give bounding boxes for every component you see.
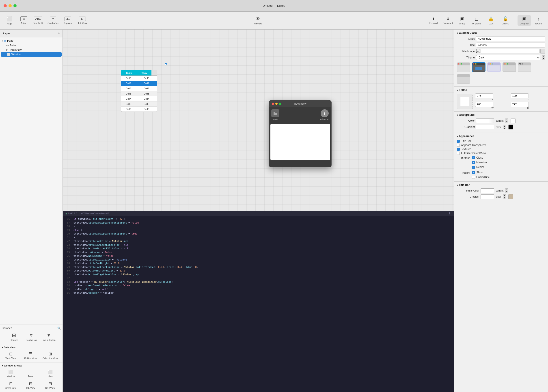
canvas-folder-icon[interactable]: Folder bbox=[271, 109, 279, 120]
canvas-info-icon[interactable]: i Advanced bbox=[320, 109, 329, 120]
wv-window[interactable]: ⬜ Window bbox=[2, 369, 20, 378]
table-row[interactable]: Cell5 Cell5 bbox=[121, 101, 157, 107]
wv-split[interactable]: ⊟ Split View bbox=[41, 380, 59, 390]
unifiedtitle-checkbox[interactable] bbox=[472, 176, 475, 179]
sidebar-item-page[interactable]: ▾ ◈ Page bbox=[0, 38, 63, 43]
custom-class-header[interactable]: ▾ Custom Class bbox=[457, 31, 545, 35]
wv-panel[interactable]: ▭ Panel bbox=[21, 369, 39, 378]
table-row[interactable]: Cell0 Cell0 bbox=[121, 76, 157, 81]
window-controls[interactable] bbox=[4, 4, 17, 7]
search-icon[interactable]: 🔍 bbox=[57, 327, 61, 330]
tc-step-up[interactable]: ▲ bbox=[505, 188, 508, 191]
show-checkbox[interactable]: ✓ bbox=[472, 171, 475, 174]
toolbar-button[interactable]: ▭ Button bbox=[17, 15, 30, 26]
selection-handle-bl[interactable] bbox=[165, 63, 167, 65]
table-row[interactable]: Cell1 Cell1 bbox=[121, 81, 157, 86]
sidebar-item-tableview[interactable]: ⊟ TableView bbox=[0, 48, 63, 52]
titlebar-checkbox[interactable]: ✓ bbox=[457, 140, 460, 143]
selection-handle-bm[interactable] bbox=[165, 63, 167, 65]
background-header[interactable]: ▾ Background bbox=[457, 113, 545, 117]
minimize-checkbox[interactable]: ✓ bbox=[472, 161, 475, 164]
title-image-input[interactable] bbox=[481, 49, 540, 54]
color-step-up[interactable]: ▲ bbox=[505, 119, 508, 121]
frame-h-input[interactable] bbox=[511, 102, 529, 107]
sidebar-item-button[interactable]: ▭ Button bbox=[0, 43, 63, 48]
library-item-popup[interactable]: ▾ Popup Button bbox=[41, 331, 57, 342]
canvas-area[interactable]: Table View Cell0 Cell0 Cell1 Cell1 Cell2… bbox=[63, 29, 454, 211]
library-item-stepper[interactable]: ⊞ Stepper bbox=[6, 331, 22, 342]
class-input[interactable] bbox=[476, 36, 545, 41]
toolbar-forward[interactable]: ⬆ Forward bbox=[427, 16, 440, 25]
toolbar-ungroup[interactable]: ◻ Ungroup bbox=[470, 15, 483, 26]
frame-y-input[interactable] bbox=[511, 93, 529, 98]
dv-table-view[interactable]: ⊟ Table View bbox=[2, 350, 20, 360]
window-style-dark[interactable] bbox=[472, 62, 485, 72]
textured-checkbox[interactable]: ✓ bbox=[457, 148, 460, 151]
download-icon[interactable]: ⬇ bbox=[449, 212, 451, 215]
appearance-header[interactable]: ▾ Appearance bbox=[457, 135, 545, 138]
canvas-table-view[interactable]: Table View Cell0 Cell0 Cell1 Cell1 Cell2… bbox=[121, 70, 157, 112]
close-checkbox[interactable]: ✓ bbox=[472, 156, 475, 159]
gradient-end-color[interactable] bbox=[508, 125, 513, 129]
toolbar-segment[interactable]: ⊟⊟ Segment bbox=[61, 16, 75, 25]
toolbar-preview[interactable]: 👁 Preview bbox=[251, 15, 265, 26]
resize-checkbox[interactable]: ✓ bbox=[472, 166, 475, 169]
sidebar-item-window[interactable]: ⬜ Window bbox=[1, 52, 62, 57]
gradient-swatch[interactable] bbox=[476, 125, 494, 129]
toolbar-page[interactable]: ⬜ Page bbox=[3, 15, 16, 26]
table-row[interactable]: Cell2 Cell2 bbox=[121, 86, 157, 91]
color-swatch[interactable] bbox=[476, 119, 494, 123]
window-style-colored[interactable] bbox=[487, 62, 501, 72]
title-image-browse-button[interactable]: ... bbox=[540, 49, 545, 54]
wv-scroll[interactable]: ⊡ Scroll view bbox=[2, 380, 20, 390]
toolbar-unlock[interactable]: 🔓 Unlock bbox=[499, 15, 512, 26]
toolbar-group[interactable]: ▣ Group bbox=[456, 15, 469, 26]
color-step-down[interactable]: ▼ bbox=[505, 121, 508, 123]
minimize-button[interactable] bbox=[8, 4, 12, 7]
wv-view[interactable]: ⬜ View bbox=[41, 369, 59, 378]
canvas-window[interactable]: HDWindow Folder bbox=[269, 100, 332, 167]
title-input[interactable] bbox=[476, 42, 545, 48]
table-row[interactable]: Cell3 Cell3 bbox=[121, 91, 157, 96]
gradient-step-up[interactable]: ▲ bbox=[503, 125, 506, 127]
selection-handle-tl[interactable] bbox=[165, 63, 167, 65]
tc-step-down[interactable]: ▼ bbox=[505, 191, 508, 193]
frame-header[interactable]: ▾ Frame bbox=[457, 89, 545, 92]
fullsize-checkbox[interactable] bbox=[457, 152, 460, 155]
toolbar-backward[interactable]: ⬇ Backward bbox=[441, 16, 455, 25]
frame-w-input[interactable] bbox=[475, 102, 493, 107]
selection-handle-br[interactable] bbox=[165, 63, 167, 65]
breadcrumb-file[interactable]: HDWindowController.swift bbox=[81, 212, 109, 215]
add-page-button[interactable]: + bbox=[58, 31, 60, 35]
tg-step-up[interactable]: ▲ bbox=[503, 195, 506, 197]
toolbar-combobox[interactable]: ▿ ComboBox bbox=[46, 16, 60, 25]
theme-select[interactable]: Dark Light bbox=[476, 55, 540, 60]
titlebar-section-header[interactable]: ▾ Title Bar bbox=[457, 183, 545, 187]
toolbar-designer[interactable]: ▣ Designer bbox=[518, 15, 531, 26]
data-view-header[interactable]: ▾ Data View bbox=[2, 345, 61, 350]
tg-step-down[interactable]: ▼ bbox=[503, 197, 506, 199]
maximize-button[interactable] bbox=[14, 4, 17, 7]
selection-handle-ml[interactable] bbox=[165, 63, 167, 65]
titlebar-gradient-end[interactable] bbox=[508, 194, 513, 199]
library-item-combobox[interactable]: ▿ ComboBox bbox=[23, 331, 39, 342]
toolbar-textfield[interactable]: ABC Text Field bbox=[31, 16, 45, 25]
table-row[interactable]: Cell4 Cell4 bbox=[121, 96, 157, 101]
titlebar-color-swatch[interactable] bbox=[481, 188, 494, 193]
table-row[interactable]: Cell6 Cell6 bbox=[121, 107, 157, 112]
selection-handle-tm[interactable] bbox=[165, 63, 167, 65]
window-view-header[interactable]: ▾ Window & View bbox=[2, 363, 61, 368]
window-style-2c[interactable] bbox=[457, 74, 470, 84]
close-button[interactable] bbox=[4, 4, 7, 7]
code-text-area[interactable]: if theWindow.titleBarHeight <= 22 { theW… bbox=[72, 216, 454, 392]
titlebar-gradient-swatch[interactable] bbox=[481, 195, 494, 199]
theme-step-down[interactable]: ▼ bbox=[542, 57, 545, 60]
toolbar-tabview[interactable]: ⊟ Tab View bbox=[76, 16, 89, 25]
dv-collection-view[interactable]: ⊞ Collection View bbox=[41, 350, 59, 360]
color-picker-button[interactable] bbox=[511, 118, 515, 123]
dv-outline-view[interactable]: ☰ Outline View bbox=[21, 350, 39, 360]
breadcrumb-swift[interactable]: ⊞ Swift 5.0 bbox=[65, 212, 77, 215]
window-style-light[interactable] bbox=[457, 62, 470, 72]
window-style-2b[interactable]: ABC bbox=[518, 62, 531, 72]
toolbar-lock[interactable]: 🔒 Lock bbox=[484, 15, 498, 26]
